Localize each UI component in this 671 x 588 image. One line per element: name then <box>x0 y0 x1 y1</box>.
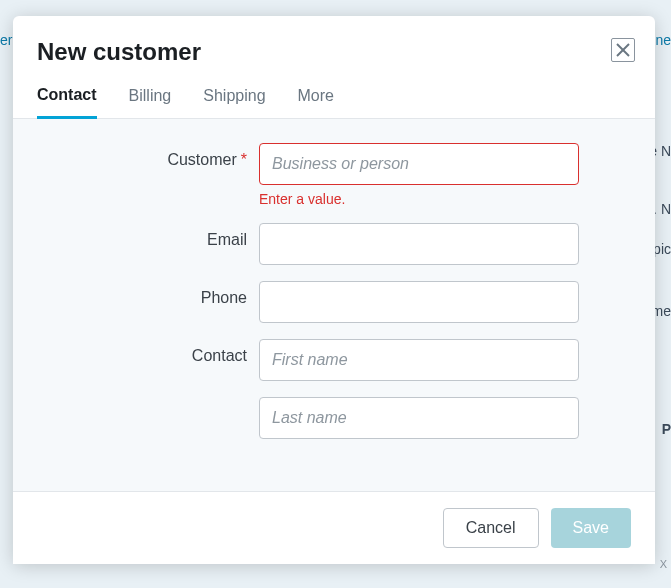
save-button[interactable]: Save <box>551 508 631 548</box>
label-customer: Customer* <box>13 143 259 169</box>
bg-text: . N <box>653 201 671 217</box>
label-blank <box>13 397 259 405</box>
row-phone: Phone <box>13 281 597 323</box>
tab-more[interactable]: More <box>298 86 334 118</box>
label-phone: Phone <box>13 281 259 307</box>
row-email: Email <box>13 223 597 265</box>
bg-text: er <box>0 32 12 48</box>
phone-input[interactable] <box>259 281 579 323</box>
bg-text: P <box>662 421 671 437</box>
first-name-input[interactable] <box>259 339 579 381</box>
tab-contact[interactable]: Contact <box>37 86 97 119</box>
modal-title: New customer <box>37 38 631 66</box>
bg-text: pic <box>653 241 671 257</box>
tab-billing[interactable]: Billing <box>129 86 172 118</box>
email-input[interactable] <box>259 223 579 265</box>
tab-shipping[interactable]: Shipping <box>203 86 265 118</box>
bg-text: X <box>660 558 667 570</box>
modal-header: New customer <box>13 16 655 66</box>
label-email: Email <box>13 223 259 249</box>
label-contact: Contact <box>13 339 259 365</box>
row-contact-last <box>13 397 597 439</box>
close-button[interactable] <box>611 38 635 62</box>
new-customer-modal: New customer Contact Billing Shipping Mo… <box>13 16 655 564</box>
customer-error: Enter a value. <box>259 191 579 207</box>
last-name-input[interactable] <box>259 397 579 439</box>
form-body: Customer* Enter a value. Email Phone Con… <box>13 119 655 491</box>
cancel-button[interactable]: Cancel <box>443 508 539 548</box>
tabs: Contact Billing Shipping More <box>13 66 655 119</box>
required-mark: * <box>241 151 247 168</box>
customer-input[interactable] <box>259 143 579 185</box>
bg-text: ne <box>655 32 671 48</box>
row-contact-first: Contact <box>13 339 597 381</box>
close-icon <box>615 42 631 58</box>
row-customer: Customer* Enter a value. <box>13 143 597 207</box>
modal-footer: Cancel Save <box>13 491 655 564</box>
